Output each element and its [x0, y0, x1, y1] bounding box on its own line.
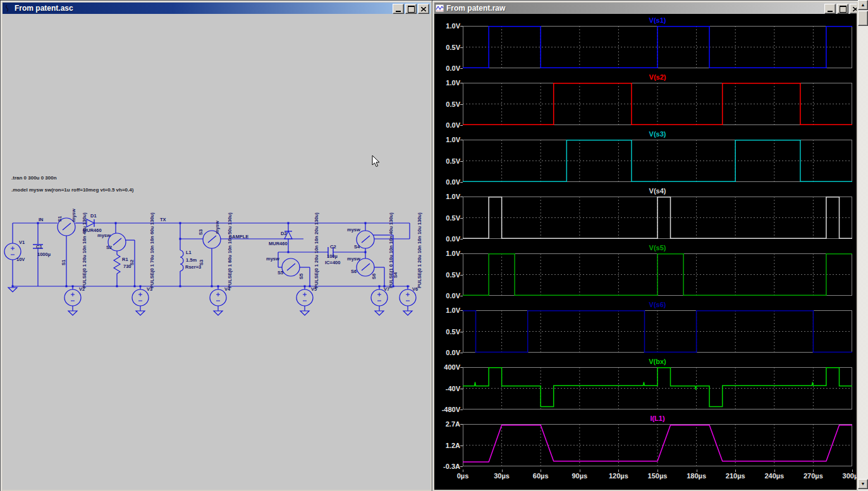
x-axis-label: 60µs — [533, 472, 549, 480]
y-tick — [460, 68, 463, 69]
y-axis-label: 0.0V — [435, 349, 460, 356]
trace-label[interactable]: V(s4) — [463, 187, 852, 195]
schematic-canvas[interactable]: .tran 0 300u 0 300n.model mysw sw(ron=1u… — [3, 14, 431, 490]
waveform-plot-area[interactable]: V(s1)1.0V0.5V0.0VV(s2)1.0V0.5V0.0VV(s3)1… — [434, 14, 857, 490]
schematic-label: mysw — [214, 221, 220, 234]
y-axis-label: 1.0V — [435, 136, 460, 143]
minimize-button[interactable] — [824, 4, 836, 14]
trace-V(s1) — [463, 27, 852, 68]
scroll-up-button[interactable]: ▲ — [858, 0, 868, 10]
y-axis-label: -0.3A — [435, 463, 460, 470]
x-axis-label: 240µs — [764, 472, 784, 480]
y-tick — [460, 466, 463, 467]
y-tick — [460, 182, 463, 183]
schematic-label: D1 — [90, 213, 97, 219]
y-axis-label: 0.5V — [435, 101, 460, 108]
y-axis-label: 0.0V — [435, 293, 460, 300]
plot-grid — [463, 140, 852, 182]
y-axis-label: 1.0V — [435, 307, 460, 314]
schematic-label: S1 — [57, 216, 63, 222]
plot-grid — [463, 424, 852, 466]
schematic-icon — [4, 4, 13, 13]
x-axis-label: 90µs — [572, 472, 587, 480]
close-icon — [421, 7, 426, 11]
plot-grid — [463, 197, 852, 239]
trace-label[interactable]: V(s2) — [463, 73, 852, 82]
schematic-label: mysw — [347, 227, 360, 233]
x-axis-label: 150µs — [648, 472, 668, 480]
y-axis-label: -40V — [435, 385, 460, 392]
plot-pane-V(s3)[interactable]: V(s3)1.0V0.5V0.0V — [434, 129, 857, 186]
plot-pane-V(s1)[interactable]: V(s1)1.0V0.5V0.0V — [434, 15, 857, 72]
schematic-label: S3 — [199, 260, 204, 265]
x-axis-label: 210µs — [726, 472, 745, 480]
schematic-label: PULSE(0 1 80u 10n 10n 50u 130u) — [227, 212, 233, 288]
app-vertical-scrollbar[interactable]: ▲ ▼ — [858, 0, 868, 491]
schematic-drawing: .tran 0 300u 0 300n.model mysw sw(ron=1u… — [3, 14, 431, 490]
y-axis-label: 0.5V — [435, 215, 460, 222]
y-axis-label: 400V — [435, 364, 460, 371]
arrow-down-icon: ▼ — [861, 482, 865, 486]
trace-label[interactable]: V(s5) — [463, 244, 852, 252]
plot-grid — [463, 83, 852, 125]
y-axis-label: 0.5V — [435, 44, 460, 51]
x-axis-label: 0µs — [457, 472, 469, 480]
y-axis-label: 0.5V — [435, 272, 460, 279]
plot-pane-I(L1)[interactable]: I(L1)2.7A1.2A-0.3A — [434, 413, 857, 470]
y-tick — [460, 353, 463, 353]
y-axis-label: 0.5V — [435, 329, 460, 336]
schematic-label: PULSE(0 1 70u 10n 10n 60u 130u) — [149, 212, 155, 288]
schematic-window-title: From patent.asc — [15, 4, 73, 13]
trace-label[interactable]: V(s3) — [463, 130, 852, 138]
plot-pane-V(s5)[interactable]: V(s5)1.0V0.5V0.0V — [434, 243, 857, 300]
waveform-titlebar[interactable]: From patent.raw — [434, 3, 857, 14]
arrow-up-icon: ▲ — [861, 3, 865, 7]
maximize-button[interactable] — [405, 4, 417, 14]
schematic-label: mysw — [347, 256, 360, 262]
schematic-label: TX — [160, 217, 166, 222]
schematic-label: 100µ — [327, 253, 338, 259]
close-button[interactable] — [418, 4, 429, 14]
plot-pane-V(s6)[interactable]: V(s6)1.0V0.5V0.0V — [434, 300, 857, 356]
plot-grid — [463, 367, 852, 409]
y-tick — [460, 125, 463, 126]
plot-grid — [463, 26, 852, 68]
plot-pane-V(s4)[interactable]: V(s4)1.0V0.5V0.0V — [434, 186, 857, 243]
trace-label[interactable]: I(L1) — [463, 415, 852, 423]
y-axis-label: 0.0V — [435, 122, 460, 129]
schematic-titlebar[interactable]: From patent.asc — [3, 3, 431, 14]
plot-pane-V(s2)[interactable]: V(s2)1.0V0.5V0.0V — [434, 72, 857, 129]
schematic-label: S3 — [198, 229, 204, 235]
trace-label[interactable]: V(s1) — [463, 16, 852, 25]
y-axis-label: 1.0V — [435, 250, 460, 257]
maximize-button[interactable] — [837, 4, 848, 14]
schematic-label: mysw — [97, 233, 111, 238]
schematic-label: C2 — [330, 244, 336, 250]
plot-grid — [463, 310, 852, 353]
x-axis-label: 270µs — [804, 472, 823, 480]
trace-label[interactable]: V(bx) — [463, 358, 852, 366]
y-tick — [460, 296, 463, 296]
schematic-label: R1 — [122, 257, 128, 262]
schematic-label: 1.5m — [186, 257, 197, 263]
trace-V(s5) — [463, 254, 852, 295]
y-axis-label: 0.5V — [435, 158, 460, 165]
close-button[interactable] — [850, 4, 857, 14]
schematic-label: C1 — [36, 244, 42, 250]
schematic-label: PULSE(0 1 20u 10n 10n 20u 130u) — [314, 212, 319, 288]
scroll-down-button[interactable]: ▼ — [858, 479, 868, 489]
y-tick — [460, 239, 463, 239]
trace-label[interactable]: V(s6) — [463, 301, 852, 309]
y-axis-label: 1.0V — [435, 23, 460, 30]
scrollbar-thumb[interactable] — [858, 11, 868, 26]
schematic-label: S2 — [106, 245, 112, 250]
schematic-label: mysw — [266, 256, 279, 262]
time-axis: 0µs30µs60µs90µs120µs150µs180µs210µs240µs… — [434, 470, 857, 482]
minimize-button[interactable] — [393, 4, 404, 14]
y-axis-label: -480V — [435, 406, 460, 413]
y-axis-label: 0.0V — [435, 179, 460, 186]
plot-pane-V(bx)[interactable]: V(bx)400V-40V-480V — [434, 356, 857, 413]
y-axis-label: 0.0V — [435, 65, 460, 72]
schematic-label: S6 — [371, 274, 377, 279]
schematic-label: PULSE(0 1 20u 10n 10n 40u 130u) — [82, 212, 87, 288]
